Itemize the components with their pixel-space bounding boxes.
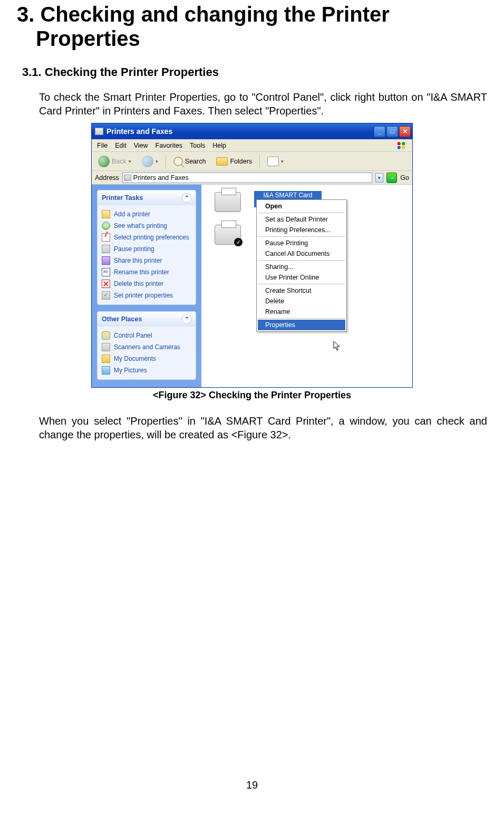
page-heading-2: 3.1. Checking the Printer Properties <box>22 65 487 79</box>
dropdown-icon: ▾ <box>129 159 131 164</box>
pause-icon <box>102 245 110 253</box>
address-label: Address <box>95 174 119 181</box>
folders-button[interactable]: Folders <box>213 156 255 167</box>
dropdown-icon: ▾ <box>156 159 158 164</box>
separator <box>259 155 260 168</box>
paragraph-1: To check the Smart Printer Properties, g… <box>39 91 487 118</box>
menu-tools[interactable]: Tools <box>190 142 205 149</box>
context-menu: Open Set as Default Printer Printing Pre… <box>256 199 347 332</box>
task-select-preferences[interactable]: Select printing preferences <box>101 232 192 243</box>
search-icon <box>173 157 183 166</box>
folder-icon <box>216 157 228 166</box>
link-my-pictures[interactable]: My Pictures <box>101 365 192 376</box>
task-label: Rename this printer <box>114 269 169 276</box>
documents-icon <box>102 354 110 363</box>
windows-flag-icon[interactable] <box>395 141 407 150</box>
printer-item-generic[interactable] <box>209 192 247 212</box>
separator <box>258 236 345 237</box>
link-my-documents[interactable]: My Documents <box>101 353 192 365</box>
other-places-panel: Other Places ⌃ Control Panel Scanners an… <box>97 311 196 380</box>
collapse-icon[interactable]: ⌃ <box>182 193 191 203</box>
ctx-delete[interactable]: Delete <box>258 296 345 306</box>
printer-item-default[interactable] <box>209 225 247 245</box>
side-panel: Printer Tasks ⌃ Add a printer See what's… <box>92 185 201 387</box>
address-dropdown-button[interactable]: ▾ <box>375 173 383 183</box>
menubar: File Edit View Favorites Tools Help <box>92 139 412 152</box>
task-label: Select printing preferences <box>114 234 189 241</box>
separator <box>258 260 345 261</box>
link-label: Scanners and Cameras <box>114 343 180 351</box>
menu-view[interactable]: View <box>134 142 148 149</box>
task-pause-printing[interactable]: Pause printing <box>101 243 192 255</box>
ctx-sharing[interactable]: Sharing... <box>258 262 345 272</box>
menu-help[interactable]: Help <box>212 142 226 149</box>
collapse-icon[interactable]: ⌃ <box>182 314 191 324</box>
task-rename-printer[interactable]: Rename this printer <box>101 266 192 278</box>
task-label: Pause printing <box>114 245 154 253</box>
preferences-icon <box>102 233 110 242</box>
window-minimize-button[interactable]: _ <box>374 126 385 137</box>
link-label: My Pictures <box>114 367 147 374</box>
task-delete-printer[interactable]: Delete this printer <box>101 278 192 290</box>
go-label: Go <box>400 174 409 181</box>
separator <box>258 318 345 319</box>
views-button[interactable]: ▾ <box>264 155 287 168</box>
task-add-printer[interactable]: Add a printer <box>101 208 192 220</box>
separator <box>258 213 345 213</box>
task-set-properties[interactable]: Set printer properties <box>101 290 192 301</box>
ctx-properties[interactable]: Properties <box>258 320 345 330</box>
link-label: My Documents <box>114 355 156 362</box>
window-titlebar[interactable]: Printers and Faxes _ □ ✕ <box>92 123 412 139</box>
printer-icon <box>215 192 241 212</box>
window-printers-and-faxes: Printers and Faxes _ □ ✕ File Edit View … <box>91 123 413 388</box>
task-share-printer[interactable]: Share this printer <box>101 255 192 266</box>
control-panel-icon <box>102 331 110 340</box>
rename-icon <box>102 268 110 276</box>
ctx-printing-preferences[interactable]: Printing Preferences... <box>258 225 345 235</box>
page-heading-1: 3. Checking and changing the Printer Pro… <box>36 2 487 51</box>
ctx-use-online[interactable]: Use Printer Online <box>258 272 345 283</box>
printer-tasks-title: Printer Tasks <box>102 194 143 202</box>
printers-folder-icon <box>124 175 131 181</box>
search-button[interactable]: Search <box>170 155 209 168</box>
folder-content-area[interactable]: I&A SMART Card Printer Open Set as Defau… <box>201 185 412 387</box>
back-button[interactable]: Back ▾ <box>95 154 134 169</box>
address-bar: Address Printers and Faxes ▾ → Go <box>92 171 412 185</box>
go-button[interactable]: → <box>386 172 397 183</box>
ctx-pause-printing[interactable]: Pause Printing <box>258 238 345 248</box>
link-scanners-cameras[interactable]: Scanners and Cameras <box>101 341 192 353</box>
ctx-set-default[interactable]: Set as Default Printer <box>258 214 345 225</box>
link-control-panel[interactable]: Control Panel <box>101 330 192 341</box>
scanner-icon <box>102 343 110 351</box>
folders-label: Folders <box>230 158 252 165</box>
separator <box>258 284 345 284</box>
ctx-rename[interactable]: Rename <box>258 306 345 317</box>
task-see-printing[interactable]: See what's printing <box>101 220 192 232</box>
forward-button[interactable]: ▾ <box>139 154 161 169</box>
menu-favorites[interactable]: Favorites <box>156 142 182 149</box>
toolbar: Back ▾ ▾ Search Folders <box>92 152 412 171</box>
window-close-button[interactable]: ✕ <box>399 126 411 137</box>
printers-folder-icon <box>95 128 103 135</box>
printer-tasks-panel: Printer Tasks ⌃ Add a printer See what's… <box>97 190 196 305</box>
window-maximize-button[interactable]: □ <box>386 126 398 137</box>
separator <box>166 155 166 168</box>
properties-icon <box>102 291 110 300</box>
views-icon <box>267 157 279 166</box>
menu-edit[interactable]: Edit <box>115 142 127 149</box>
delete-icon <box>102 280 110 288</box>
task-label: Delete this printer <box>114 280 163 287</box>
pictures-icon <box>102 366 110 375</box>
see-printing-icon <box>102 222 110 230</box>
back-arrow-icon <box>98 156 110 167</box>
ctx-cancel-all[interactable]: Cancel All Documents <box>258 248 345 259</box>
menu-file[interactable]: File <box>97 142 108 149</box>
search-label: Search <box>185 158 206 165</box>
ctx-create-shortcut[interactable]: Create Shortcut <box>258 285 345 296</box>
dropdown-icon: ▾ <box>281 159 284 164</box>
ctx-open[interactable]: Open <box>258 201 345 212</box>
back-label: Back <box>112 158 127 165</box>
other-places-title: Other Places <box>102 315 142 323</box>
address-field[interactable]: Printers and Faxes <box>122 172 372 183</box>
window-title: Printers and Faxes <box>106 127 374 136</box>
